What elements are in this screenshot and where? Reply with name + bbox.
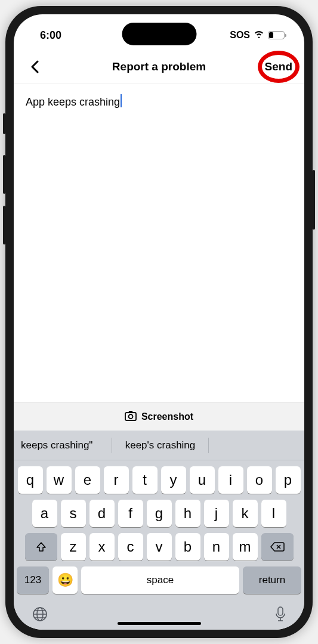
key-o[interactable]: o [247, 466, 272, 494]
key-e[interactable]: e [75, 466, 100, 494]
return-key[interactable]: return [243, 566, 301, 594]
dynamic-island [122, 23, 196, 45]
key-v[interactable]: v [147, 533, 172, 561]
page-title: Report a problem [112, 60, 206, 73]
key-f[interactable]: f [118, 500, 143, 527]
backspace-key[interactable] [261, 533, 294, 561]
key-k[interactable]: k [233, 500, 258, 527]
shift-key[interactable] [25, 533, 57, 561]
key-n[interactable]: n [204, 533, 229, 561]
key-u[interactable]: u [190, 466, 215, 494]
suggestion-bar: keeps crashing" keep's crashing [14, 431, 304, 460]
key-z[interactable]: z [61, 533, 86, 561]
svg-rect-0 [125, 413, 136, 420]
home-indicator[interactable] [118, 622, 201, 625]
camera-icon [125, 410, 137, 423]
space-key[interactable]: space [81, 566, 239, 594]
phone-screen: 6:00 SOS 27 Report a problem [14, 14, 304, 630]
sos-indicator: SOS [230, 30, 250, 41]
send-button[interactable]: Send [265, 60, 292, 73]
key-row-2: a s d f g h j k l [14, 494, 304, 527]
svg-rect-7 [278, 607, 283, 615]
key-r[interactable]: r [104, 466, 129, 494]
navigation-bar: Report a problem Send [14, 50, 304, 83]
key-q[interactable]: q [18, 466, 43, 494]
svg-point-1 [128, 414, 132, 419]
screenshot-label: Screenshot [141, 411, 193, 422]
screenshot-button[interactable]: Screenshot [14, 402, 304, 431]
key-c[interactable]: c [118, 533, 143, 561]
key-row-4: 123 😀 space return [14, 561, 304, 594]
report-text: App keeps crashing [26, 96, 120, 109]
key-x[interactable]: x [89, 533, 115, 561]
key-i[interactable]: i [218, 466, 243, 494]
status-time: 6:00 [40, 29, 61, 42]
keyboard-bottom-row [14, 594, 304, 625]
key-j[interactable]: j [204, 500, 229, 527]
text-cursor [121, 94, 122, 107]
key-g[interactable]: g [147, 500, 172, 527]
key-s[interactable]: s [61, 500, 86, 527]
phone-frame: 6:00 SOS 27 Report a problem [5, 6, 313, 638]
key-y[interactable]: y [161, 466, 186, 494]
battery-icon: 27 [268, 31, 286, 39]
key-h[interactable]: h [175, 500, 200, 527]
key-t[interactable]: t [132, 466, 158, 494]
key-row-3: z x c v b n m [14, 527, 304, 561]
numbers-key[interactable]: 123 [17, 566, 49, 594]
globe-icon[interactable] [32, 606, 48, 625]
key-l[interactable]: l [261, 500, 286, 527]
key-row-1: q w e r t y u i o p [14, 460, 304, 494]
key-a[interactable]: a [32, 500, 57, 527]
back-button[interactable] [26, 58, 44, 76]
key-p[interactable]: p [276, 466, 301, 494]
report-text-area[interactable]: App keeps crashing [14, 83, 304, 402]
suggestion-2[interactable]: keep's crashing [112, 439, 208, 451]
key-b[interactable]: b [175, 533, 200, 561]
keyboard: keeps crashing" keep's crashing q w e r … [14, 431, 304, 630]
key-d[interactable]: d [89, 500, 115, 527]
wifi-icon [254, 30, 264, 41]
mic-icon[interactable] [274, 606, 286, 625]
suggestion-1[interactable]: keeps crashing" [14, 439, 112, 451]
key-w[interactable]: w [47, 466, 72, 494]
key-m[interactable]: m [233, 533, 258, 561]
emoji-key[interactable]: 😀 [53, 566, 78, 594]
